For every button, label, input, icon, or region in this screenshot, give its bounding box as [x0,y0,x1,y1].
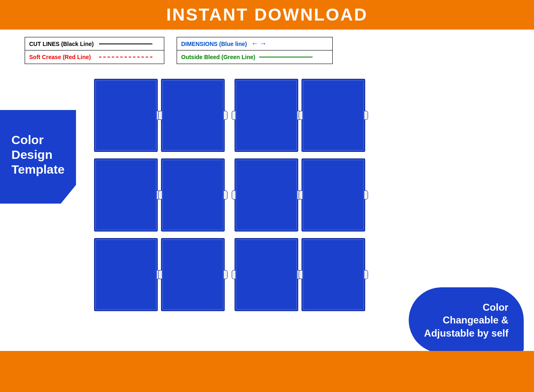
blue-tag-text: ColorDesignTemplate [12,133,64,177]
notch-l-2-4 [299,190,302,199]
panel-1-4 [302,79,365,152]
notch-l-1-2 [158,111,162,120]
soft-crease-dashed [99,57,152,57]
notch-r-3-2 [224,270,228,279]
notch-l-3-4 [299,270,302,279]
soft-crease-label: Soft Crease (Red Line) [29,54,95,60]
panel-2-2 [161,158,225,232]
notch-r-3-4 [364,270,368,279]
notch-l-3-2 [158,270,162,279]
panel-1-3 [235,79,298,152]
panel-2-3 [235,158,298,232]
panel-1-2 [161,79,225,152]
panel-3-3 [235,238,298,311]
notch-l-2-3 [232,190,235,199]
legend-right-box: DIMENSIONS (Blue line) ←→ Outside Bleed … [177,37,333,64]
pair-3-1 [92,236,226,313]
bottom-blob: ColorChangeable &Adjustable by self [409,287,524,353]
blue-tag: ColorDesignTemplate [0,110,76,204]
notch-r-1-4 [364,111,368,120]
notch-r-2-2 [224,190,228,199]
pair-1-2 [233,77,367,154]
panel-2-4 [302,158,365,232]
notch-r-2-4 [364,190,368,199]
panel-3-1 [94,238,158,311]
grid-row-1 [92,77,405,154]
pair-3-2 [233,236,367,313]
dimensions-label: DIMENSIONS (Blue line) [181,41,247,47]
pair-1-1 [92,77,226,154]
dimensions-arrow: ←→ [251,39,267,48]
grid-row-2 [92,157,405,233]
panel-2-1 [94,158,158,232]
cut-line-solid [99,44,152,44]
notch-l-3-3 [232,270,235,279]
pair-2-2 [233,157,367,233]
bottom-bar [0,351,534,392]
bottom-blob-text: ColorChangeable &Adjustable by self [416,297,516,344]
grid-row-3 [92,236,405,313]
top-banner: INSTANT DOWNLOAD [0,0,534,30]
pair-2-1 [92,157,226,233]
notch-l-2-2 [158,190,162,199]
banner-title: INSTANT DOWNLOAD [166,5,368,25]
outside-bleed-line [259,57,313,58]
outside-bleed-label: Outside Bleed (Green Line) [181,54,255,60]
panel-3-2 [161,238,225,311]
legend-area: CUT LINES (Black Line) Soft Crease (Red … [25,37,333,64]
legend-dimensions: DIMENSIONS (Blue line) ←→ [177,37,332,50]
panel-3-4 [302,238,365,311]
legend-soft-crease: Soft Crease (Red Line) [25,50,164,64]
notch-l-1-4 [299,111,302,120]
cut-lines-label: CUT LINES (Black Line) [29,41,95,47]
legend-left-box: CUT LINES (Black Line) Soft Crease (Red … [25,37,164,64]
legend-outside-bleed: Outside Bleed (Green Line) [177,50,332,64]
notch-l-1-3 [232,111,235,120]
legend-cut-lines: CUT LINES (Black Line) [25,37,164,50]
notch-r-1-2 [224,111,228,120]
panel-1-1 [94,79,158,152]
panel-grid [92,77,405,316]
